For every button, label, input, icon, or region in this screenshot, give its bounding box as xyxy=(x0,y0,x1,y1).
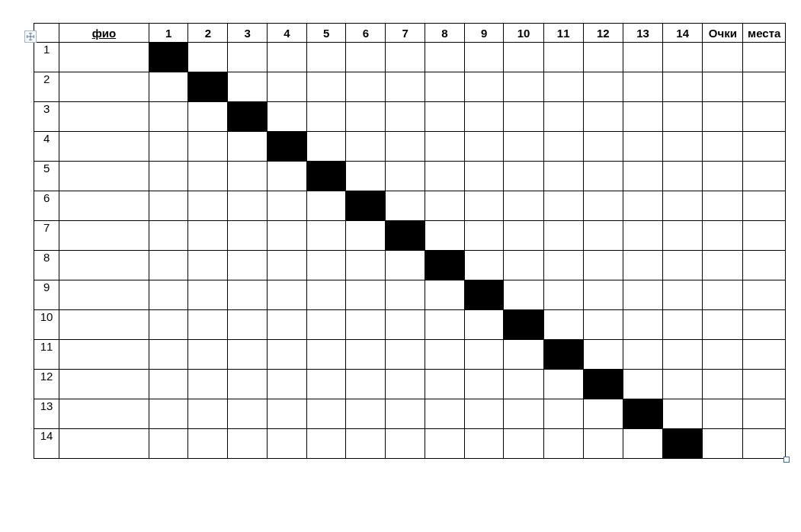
score-cell[interactable] xyxy=(386,251,425,280)
score-cell[interactable] xyxy=(188,340,228,370)
score-cell[interactable] xyxy=(306,72,346,102)
score-cell[interactable] xyxy=(228,191,268,221)
score-cell[interactable] xyxy=(583,43,623,72)
score-cell[interactable] xyxy=(306,340,346,370)
name-cell[interactable] xyxy=(59,43,149,72)
points-cell[interactable] xyxy=(703,132,743,162)
score-cell[interactable] xyxy=(663,191,703,221)
score-cell[interactable] xyxy=(228,162,268,191)
score-cell[interactable] xyxy=(306,280,346,310)
score-cell[interactable] xyxy=(188,43,228,72)
score-cell[interactable] xyxy=(623,251,662,280)
score-cell[interactable] xyxy=(306,43,346,72)
place-cell[interactable] xyxy=(743,310,786,340)
points-cell[interactable] xyxy=(703,429,743,459)
score-cell[interactable] xyxy=(425,429,464,459)
score-cell[interactable] xyxy=(188,132,228,162)
score-cell[interactable] xyxy=(149,310,188,340)
score-cell[interactable] xyxy=(464,251,504,280)
score-cell[interactable] xyxy=(267,191,306,221)
score-cell[interactable] xyxy=(663,132,703,162)
place-cell[interactable] xyxy=(743,162,786,191)
score-cell[interactable] xyxy=(425,221,464,251)
score-cell[interactable] xyxy=(188,221,228,251)
points-cell[interactable] xyxy=(703,370,743,399)
score-cell[interactable] xyxy=(663,102,703,132)
score-cell[interactable] xyxy=(543,399,583,429)
place-cell[interactable] xyxy=(743,280,786,310)
score-cell[interactable] xyxy=(663,399,703,429)
score-cell[interactable] xyxy=(464,162,504,191)
score-cell[interactable] xyxy=(228,399,268,429)
score-cell[interactable] xyxy=(464,310,504,340)
score-cell[interactable] xyxy=(583,221,623,251)
points-cell[interactable] xyxy=(703,280,743,310)
score-cell[interactable] xyxy=(504,221,543,251)
score-cell[interactable] xyxy=(149,370,188,399)
score-cell[interactable] xyxy=(386,340,425,370)
score-cell[interactable] xyxy=(425,280,464,310)
score-cell[interactable] xyxy=(228,310,268,340)
points-cell[interactable] xyxy=(703,340,743,370)
name-cell[interactable] xyxy=(59,221,149,251)
score-cell[interactable] xyxy=(228,132,268,162)
score-cell[interactable] xyxy=(306,399,346,429)
score-cell[interactable] xyxy=(504,370,543,399)
score-cell[interactable] xyxy=(306,191,346,221)
score-cell[interactable] xyxy=(267,429,306,459)
score-cell[interactable] xyxy=(346,399,386,429)
score-cell[interactable] xyxy=(425,43,464,72)
score-cell[interactable] xyxy=(228,280,268,310)
score-cell[interactable] xyxy=(543,72,583,102)
score-cell[interactable] xyxy=(228,340,268,370)
score-cell[interactable] xyxy=(228,43,268,72)
score-cell[interactable] xyxy=(306,221,346,251)
score-cell[interactable] xyxy=(504,72,543,102)
score-cell[interactable] xyxy=(543,162,583,191)
score-cell[interactable] xyxy=(464,43,504,72)
place-cell[interactable] xyxy=(743,340,786,370)
score-cell[interactable] xyxy=(346,340,386,370)
score-cell[interactable] xyxy=(346,310,386,340)
score-cell[interactable] xyxy=(228,429,268,459)
score-cell[interactable] xyxy=(346,429,386,459)
score-cell[interactable] xyxy=(386,43,425,72)
score-cell[interactable] xyxy=(663,370,703,399)
score-cell[interactable] xyxy=(306,370,346,399)
score-cell[interactable] xyxy=(663,310,703,340)
score-cell[interactable] xyxy=(386,370,425,399)
points-cell[interactable] xyxy=(703,102,743,132)
score-cell[interactable] xyxy=(623,221,662,251)
score-cell[interactable] xyxy=(543,191,583,221)
score-cell[interactable] xyxy=(386,280,425,310)
score-cell[interactable] xyxy=(267,370,306,399)
score-cell[interactable] xyxy=(543,370,583,399)
score-cell[interactable] xyxy=(149,429,188,459)
score-cell[interactable] xyxy=(583,429,623,459)
score-cell[interactable] xyxy=(149,251,188,280)
score-cell[interactable] xyxy=(346,221,386,251)
table-resize-handle[interactable] xyxy=(783,457,790,463)
score-cell[interactable] xyxy=(346,280,386,310)
score-cell[interactable] xyxy=(386,132,425,162)
score-cell[interactable] xyxy=(149,340,188,370)
points-cell[interactable] xyxy=(703,310,743,340)
score-cell[interactable] xyxy=(504,399,543,429)
score-cell[interactable] xyxy=(583,399,623,429)
score-cell[interactable] xyxy=(583,72,623,102)
score-cell[interactable] xyxy=(306,251,346,280)
score-cell[interactable] xyxy=(267,310,306,340)
score-cell[interactable] xyxy=(504,132,543,162)
score-cell[interactable] xyxy=(425,162,464,191)
score-cell[interactable] xyxy=(267,43,306,72)
score-cell[interactable] xyxy=(267,221,306,251)
score-cell[interactable] xyxy=(188,102,228,132)
points-cell[interactable] xyxy=(703,251,743,280)
score-cell[interactable] xyxy=(623,102,662,132)
name-cell[interactable] xyxy=(59,340,149,370)
score-cell[interactable] xyxy=(149,280,188,310)
score-cell[interactable] xyxy=(149,102,188,132)
score-cell[interactable] xyxy=(188,310,228,340)
score-cell[interactable] xyxy=(149,72,188,102)
points-cell[interactable] xyxy=(703,43,743,72)
